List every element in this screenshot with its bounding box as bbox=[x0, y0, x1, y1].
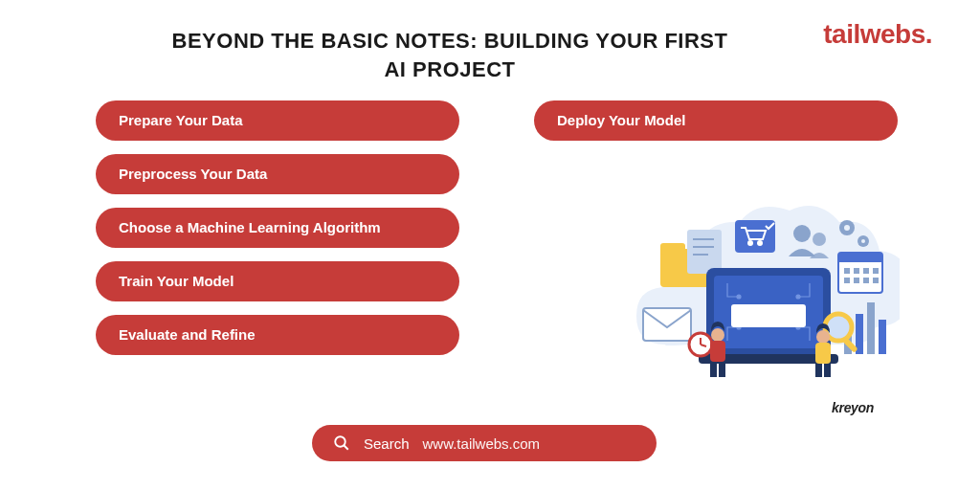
svg-point-14 bbox=[861, 239, 865, 243]
svg-rect-32 bbox=[731, 304, 806, 327]
svg-point-9 bbox=[793, 225, 811, 242]
svg-rect-50 bbox=[824, 364, 831, 377]
svg-rect-24 bbox=[873, 278, 879, 283]
svg-point-8 bbox=[758, 241, 762, 245]
left-column: Prepare Your Data Preprocess Your Data C… bbox=[96, 100, 459, 355]
tech-illustration-svg bbox=[632, 201, 900, 402]
step-pill: Prepare Your Data bbox=[96, 100, 459, 141]
svg-point-12 bbox=[844, 225, 850, 231]
svg-rect-6 bbox=[735, 220, 775, 253]
step-pill: Evaluate and Refine bbox=[96, 315, 459, 355]
svg-rect-23 bbox=[863, 278, 869, 283]
svg-rect-2 bbox=[687, 230, 722, 274]
search-label: Search bbox=[364, 435, 410, 452]
slide-canvas: tailwebs. BEYOND THE BASIC NOTES: BUILDI… bbox=[0, 0, 980, 490]
svg-rect-20 bbox=[873, 268, 879, 274]
svg-rect-44 bbox=[710, 341, 725, 362]
illustration-credit: kreyon bbox=[832, 400, 874, 415]
step-pill: Preprocess Your Data bbox=[96, 154, 459, 194]
svg-rect-46 bbox=[719, 362, 725, 377]
svg-rect-1 bbox=[660, 243, 685, 255]
svg-rect-21 bbox=[844, 278, 850, 283]
svg-rect-22 bbox=[854, 278, 859, 283]
svg-rect-48 bbox=[815, 343, 831, 364]
search-bar[interactable]: Search www.tailwebs.com bbox=[312, 425, 657, 461]
brand-logo: tailwebs. bbox=[823, 19, 932, 50]
svg-rect-49 bbox=[815, 364, 822, 377]
brand-dot: . bbox=[925, 19, 932, 49]
illustration bbox=[632, 201, 900, 402]
svg-point-43 bbox=[711, 328, 724, 342]
title-line-1: BEYOND THE BASIC NOTES: BUILDING YOUR FI… bbox=[172, 29, 728, 53]
title-line-2: AI PROJECT bbox=[384, 57, 515, 81]
svg-rect-16 bbox=[838, 253, 882, 262]
svg-point-10 bbox=[813, 233, 826, 246]
svg-point-51 bbox=[335, 436, 345, 447]
svg-line-52 bbox=[344, 445, 348, 450]
step-pill: Deploy Your Model bbox=[534, 100, 898, 141]
svg-point-28 bbox=[737, 295, 741, 299]
svg-rect-45 bbox=[710, 362, 717, 377]
svg-rect-17 bbox=[844, 268, 850, 274]
svg-rect-37 bbox=[879, 320, 886, 354]
svg-rect-36 bbox=[867, 302, 875, 354]
brand-name: tailwebs bbox=[823, 19, 924, 49]
svg-rect-19 bbox=[863, 268, 869, 274]
svg-point-29 bbox=[796, 295, 800, 299]
page-title: BEYOND THE BASIC NOTES: BUILDING YOUR FI… bbox=[96, 27, 804, 83]
search-url: www.tailwebs.com bbox=[423, 435, 541, 452]
svg-rect-25 bbox=[643, 308, 691, 341]
step-pill: Train Your Model bbox=[96, 261, 459, 301]
svg-point-47 bbox=[816, 330, 830, 344]
search-icon bbox=[333, 434, 350, 452]
step-pill: Choose a Machine Learning Algorithm bbox=[96, 208, 459, 248]
right-column: Deploy Your Model bbox=[534, 100, 898, 141]
svg-point-7 bbox=[748, 241, 752, 245]
svg-rect-18 bbox=[854, 268, 859, 274]
